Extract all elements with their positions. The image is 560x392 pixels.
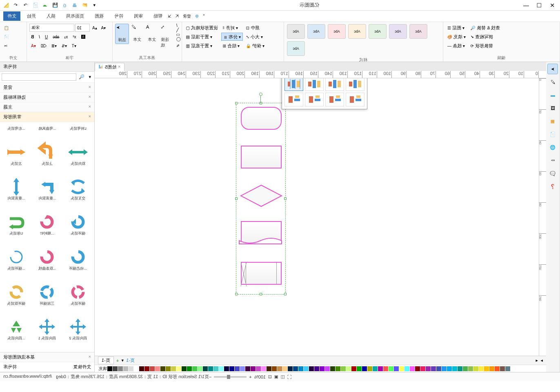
color-swatch[interactable] — [420, 366, 425, 371]
spell-btn[interactable]: ✔ 拼写检查 — [469, 33, 502, 41]
color-swatch[interactable] — [134, 366, 139, 371]
color-swatch[interactable] — [187, 366, 192, 371]
fit-page[interactable]: ▣ — [274, 374, 278, 379]
color-swatch[interactable] — [129, 366, 133, 371]
zoom-slider[interactable] — [214, 376, 247, 378]
color-swatch[interactable] — [144, 366, 149, 371]
add-page[interactable]: + — [116, 358, 119, 363]
flowchart-process[interactable] — [241, 146, 282, 168]
send-back[interactable]: ▥ 置于底层 ▾ — [184, 42, 220, 50]
minimize-button[interactable]: — — [520, 1, 532, 10]
color-swatch[interactable] — [198, 366, 202, 371]
shape-cell[interactable]: L转弯箭头 — [63, 124, 93, 141]
color-swatch[interactable] — [155, 366, 160, 371]
image-tool[interactable]: 🖼 — [548, 103, 558, 113]
shape-cell[interactable]: 循环箭头... — [2, 247, 31, 281]
shape-cell[interactable]: 弯曲风格... — [33, 124, 62, 141]
shape-cell[interactable]: 三段循环 — [33, 282, 62, 316]
close-icon[interactable]: × — [89, 104, 91, 110]
color-swatch[interactable] — [357, 366, 362, 371]
close-icon[interactable]: × — [89, 94, 91, 100]
center-btn[interactable]: ⊡ 居中 — [244, 24, 266, 32]
sidebar-dropdown[interactable]: ▾ — [87, 73, 93, 81]
color-swatch[interactable] — [235, 366, 240, 371]
cat-bg[interactable]: 背景 — [3, 84, 12, 91]
dropdown-icon[interactable]: ▾ — [90, 1, 99, 10]
style-swatch[interactable]: Abc — [409, 24, 427, 39]
dist-h-left[interactable] — [284, 78, 303, 91]
tab-help[interactable]: 帮助 — [149, 11, 167, 21]
style-swatch[interactable]: Abc — [287, 24, 305, 39]
shape-cell[interactable]: 垂直双向... — [33, 177, 62, 210]
color-swatch[interactable] — [473, 366, 478, 371]
globe-tool[interactable]: 🌐 — [548, 142, 558, 153]
color-swatch[interactable] — [123, 366, 128, 371]
paste-button[interactable]: 📋 — [2, 24, 11, 32]
comment-tool[interactable]: 💬 — [548, 168, 558, 179]
color-swatch[interactable] — [399, 366, 404, 371]
color-swatch[interactable] — [267, 366, 271, 371]
doc-tab[interactable]: 📊 绘图5 × — [95, 63, 124, 71]
pen-tool[interactable]: ✎ — [175, 42, 182, 50]
color-swatch[interactable] — [251, 366, 256, 371]
color-swatch[interactable] — [346, 366, 351, 371]
cloud-icon[interactable]: ☁ — [41, 1, 50, 10]
distribute-btn[interactable]: ⫼ 分布 ▾ — [221, 33, 243, 41]
save-icon[interactable]: 💾 — [51, 1, 60, 10]
bold-button[interactable]: B — [29, 33, 36, 41]
shape-cell[interactable]: 垂直双向... — [2, 177, 31, 210]
close-icon[interactable]: × — [89, 84, 91, 91]
style-swatch[interactable]: Abc — [307, 24, 325, 39]
cut-button[interactable]: ✂ — [2, 42, 9, 50]
shape-cell[interactable]: 双向箭头 — [63, 142, 93, 176]
color-swatch[interactable] — [341, 366, 346, 371]
color-swatch[interactable] — [118, 366, 123, 371]
export-button[interactable]: ⇲ — [167, 12, 173, 20]
color-swatch[interactable] — [415, 366, 420, 371]
zoom-out[interactable]: − — [209, 374, 211, 379]
shape-cell[interactable]: 上箭头 — [33, 142, 62, 176]
shape-cell[interactable]: 右弯箭头... — [2, 124, 31, 141]
bullets[interactable]: ≣▾ — [50, 42, 58, 50]
color-swatch[interactable] — [176, 366, 181, 371]
shape-cell[interactable]: 四向箭头 1 — [33, 317, 62, 350]
color-swatch[interactable] — [309, 366, 314, 371]
shape-cell[interactable]: 交互箭头 — [63, 177, 93, 210]
connector-tool[interactable]: ⤡连接线 — [160, 24, 173, 49]
export-icon[interactable]: ⎙ — [60, 1, 69, 10]
shape-cell[interactable]: 双条曲线... — [33, 247, 62, 281]
dist-h-right[interactable] — [325, 78, 344, 91]
color-swatch[interactable] — [367, 366, 372, 371]
dist-v-space[interactable] — [346, 93, 364, 106]
shape-cell[interactable]: 动态循环... — [63, 247, 93, 281]
font-inc[interactable]: A▴ — [91, 24, 99, 32]
color-swatch[interactable] — [452, 366, 457, 371]
shape-cell[interactable]: 四向箭头 2 — [63, 317, 93, 350]
strike-button[interactable]: abc — [51, 33, 61, 41]
color-swatch[interactable] — [320, 366, 324, 371]
color-swatch[interactable] — [203, 366, 208, 371]
fullscreen[interactable]: ⛶ — [287, 374, 292, 379]
style-swatch[interactable]: Abc — [369, 24, 387, 39]
copy-button[interactable]: 📄 — [2, 33, 11, 41]
fill-btn[interactable]: 🎨 填充 ▾ — [446, 33, 467, 41]
color-swatch[interactable] — [213, 366, 218, 371]
color-swatch[interactable] — [304, 366, 309, 371]
tab-symbol[interactable]: 符号 — [110, 11, 127, 21]
dist-v-top[interactable] — [284, 93, 303, 106]
shape-format[interactable]: ▢ 设置形状格式 — [184, 24, 220, 32]
flowchart-predefined[interactable] — [241, 262, 282, 285]
color-swatch[interactable] — [245, 366, 250, 371]
dist-v-bottom[interactable] — [325, 93, 344, 106]
color-swatch[interactable] — [458, 366, 462, 371]
color-swatch[interactable] — [107, 366, 112, 371]
clear-format[interactable]: ⌫ — [39, 42, 48, 50]
page-menu[interactable]: ▾ — [121, 358, 124, 363]
undo-icon[interactable]: ↶ — [11, 1, 20, 10]
layer-btn[interactable]: ☰ 图层 ▾ — [446, 24, 467, 32]
font-color[interactable]: A▾ — [29, 42, 38, 50]
edit-tool[interactable]: ✏ — [548, 155, 558, 166]
login-button[interactable]: 登录 — [181, 12, 193, 20]
close-icon[interactable]: × — [89, 354, 91, 360]
page-next[interactable]: ▸ — [540, 358, 543, 363]
